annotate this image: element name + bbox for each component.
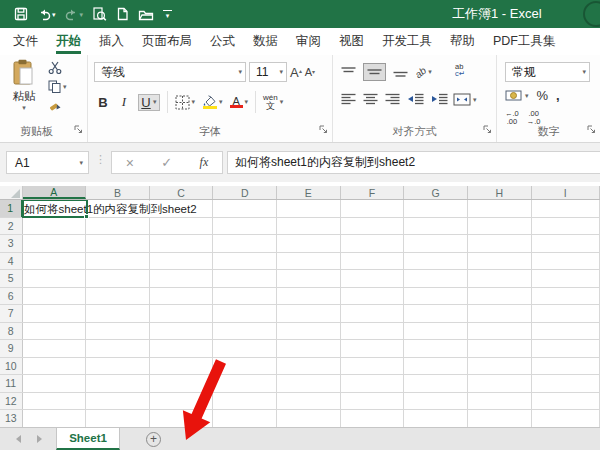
grid-cell[interactable]	[277, 253, 341, 270]
new-file-icon[interactable]	[116, 7, 129, 21]
bold-button[interactable]: B	[96, 95, 110, 110]
grid-cell[interactable]	[277, 323, 341, 340]
copy-dropdown-icon[interactable]: ▾	[63, 83, 67, 91]
grid-cell[interactable]	[468, 340, 532, 357]
name-box-dropdown-icon[interactable]: ▾	[79, 159, 83, 167]
grid-cell[interactable]	[277, 218, 341, 235]
grid-cell[interactable]	[277, 270, 341, 287]
cut-button[interactable]	[48, 61, 86, 74]
grid-cell[interactable]	[213, 340, 277, 357]
grid-cell[interactable]	[341, 358, 405, 375]
ribbon-tab[interactable]: 数据	[244, 28, 287, 55]
grid-cell[interactable]	[468, 393, 532, 410]
grid-cell[interactable]	[404, 410, 468, 427]
grid-cell[interactable]	[150, 358, 214, 375]
row-header[interactable]: 5	[0, 270, 23, 287]
grid-cell[interactable]	[468, 253, 532, 270]
number-format-dropdown-icon[interactable]: ▾	[582, 68, 586, 76]
grid-cell[interactable]	[404, 253, 468, 270]
ribbon-tab[interactable]: 页面布局	[133, 28, 201, 55]
grid-cell[interactable]	[213, 375, 277, 392]
row-header[interactable]: 9	[0, 340, 23, 357]
paste-button[interactable]: 粘贴 ▾	[5, 59, 43, 125]
open-folder-icon[interactable]	[138, 8, 154, 21]
grid-cell[interactable]	[277, 200, 341, 217]
merge-center-button[interactable]: ▾	[453, 93, 477, 106]
number-dialog-launcher-icon[interactable]	[587, 120, 596, 138]
grid-cell[interactable]	[150, 375, 214, 392]
font-dialog-launcher-icon[interactable]	[319, 120, 328, 138]
grid-cell[interactable]	[213, 200, 277, 217]
alignment-dialog-launcher-icon[interactable]	[483, 120, 492, 138]
grid-cell[interactable]	[277, 235, 341, 252]
grid-cell[interactable]	[23, 410, 87, 427]
accounting-dropdown-icon[interactable]: ▾	[525, 92, 529, 100]
grid-cell[interactable]	[404, 305, 468, 322]
ribbon-tab[interactable]: PDF工具集	[484, 28, 565, 55]
orientation-dropdown-icon[interactable]: ▾	[428, 68, 432, 76]
column-header[interactable]: D	[213, 186, 277, 199]
ribbon-tab[interactable]: 开始	[47, 28, 90, 55]
grid-cell[interactable]	[468, 305, 532, 322]
grid-cell[interactable]	[23, 323, 87, 340]
accounting-format-button[interactable]: ▾	[505, 89, 529, 102]
grid-cell[interactable]	[341, 288, 405, 305]
grid-cell[interactable]	[86, 393, 150, 410]
previous-sheet-icon[interactable]	[16, 435, 21, 443]
font-color-dropdown-icon[interactable]: ▾	[245, 98, 249, 106]
font-size-dropdown-icon[interactable]: ▾	[279, 68, 283, 76]
grid-cell[interactable]	[468, 358, 532, 375]
grid-cell[interactable]	[532, 288, 600, 305]
align-bottom-button[interactable]	[393, 66, 408, 78]
grid-cell[interactable]	[23, 235, 87, 252]
column-header[interactable]: B	[86, 186, 150, 199]
grid-cell[interactable]	[468, 270, 532, 287]
comma-style-button[interactable]: ,	[556, 88, 560, 103]
percent-style-button[interactable]: %	[537, 88, 549, 103]
grid-cell[interactable]	[277, 305, 341, 322]
grid-cell[interactable]	[213, 253, 277, 270]
column-header[interactable]: F	[341, 186, 405, 199]
row-header[interactable]: 13	[0, 410, 23, 427]
underline-button[interactable]: U ▾	[138, 94, 160, 111]
grid-cell[interactable]	[86, 375, 150, 392]
grid-cell[interactable]	[23, 358, 87, 375]
fill-color-dropdown-icon[interactable]: ▾	[219, 98, 223, 106]
grid-cell[interactable]	[468, 410, 532, 427]
row-header[interactable]: 2	[0, 218, 23, 235]
grid-cell[interactable]	[341, 340, 405, 357]
grid-cell[interactable]	[213, 235, 277, 252]
grid-cell[interactable]	[404, 288, 468, 305]
align-top-button[interactable]	[341, 66, 356, 78]
grid-cell[interactable]	[150, 393, 214, 410]
grid-cell[interactable]	[86, 305, 150, 322]
grid-cell[interactable]	[150, 410, 214, 427]
grid-cell[interactable]	[341, 375, 405, 392]
grid-cell[interactable]	[213, 270, 277, 287]
row-header[interactable]: 12	[0, 393, 23, 410]
cancel-icon[interactable]: ×	[126, 155, 134, 171]
next-sheet-icon[interactable]	[37, 435, 42, 443]
grid-cell[interactable]	[150, 235, 214, 252]
underline-dropdown-icon[interactable]: ▾	[153, 98, 157, 106]
grid-cell[interactable]	[23, 375, 87, 392]
grid-cell[interactable]	[213, 410, 277, 427]
fill-handle[interactable]	[84, 214, 89, 219]
grid-cell[interactable]	[23, 253, 87, 270]
merge-dropdown-icon[interactable]: ▾	[473, 96, 477, 104]
grid-cell[interactable]	[213, 323, 277, 340]
align-left-button[interactable]	[341, 93, 356, 105]
borders-dropdown-icon[interactable]: ▾	[192, 98, 196, 106]
grid-cell[interactable]	[213, 358, 277, 375]
grid-cell[interactable]	[404, 235, 468, 252]
grid-cell[interactable]	[86, 235, 150, 252]
grid-cell[interactable]	[86, 270, 150, 287]
grid-cell[interactable]	[532, 218, 600, 235]
undo-dropdown-icon[interactable]: ▾	[52, 11, 56, 18]
grid-cell[interactable]	[404, 340, 468, 357]
grid-cell[interactable]	[23, 305, 87, 322]
grid-cell[interactable]	[86, 218, 150, 235]
column-header[interactable]: G	[404, 186, 468, 199]
grid-cell[interactable]	[341, 270, 405, 287]
grid-cell[interactable]	[468, 288, 532, 305]
